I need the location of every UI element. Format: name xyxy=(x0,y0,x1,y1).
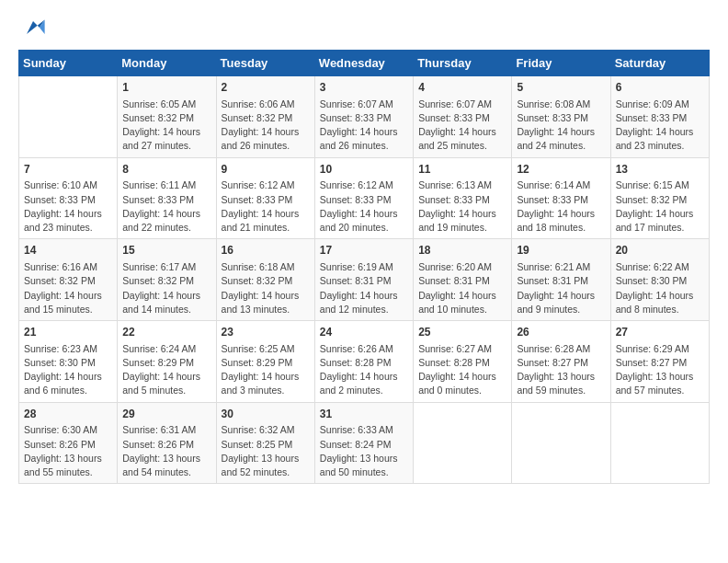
calendar-cell: 3Sunrise: 6:07 AM Sunset: 8:33 PM Daylig… xyxy=(314,76,413,158)
day-number: 17 xyxy=(320,243,408,259)
calendar-header-row: SundayMondayTuesdayWednesdayThursdayFrid… xyxy=(19,51,710,76)
calendar-cell xyxy=(19,76,118,158)
logo xyxy=(18,15,46,40)
calendar-cell: 17Sunrise: 6:19 AM Sunset: 8:31 PM Dayli… xyxy=(314,239,413,321)
day-number: 13 xyxy=(616,162,704,178)
day-number: 18 xyxy=(418,243,506,259)
calendar-cell: 20Sunrise: 6:22 AM Sunset: 8:30 PM Dayli… xyxy=(610,239,709,321)
day-number: 12 xyxy=(517,162,605,178)
calendar-cell: 6Sunrise: 6:09 AM Sunset: 8:33 PM Daylig… xyxy=(610,76,709,158)
day-number: 8 xyxy=(122,162,210,178)
calendar-cell: 29Sunrise: 6:31 AM Sunset: 8:26 PM Dayli… xyxy=(118,402,216,484)
day-number: 16 xyxy=(222,243,310,259)
day-number: 28 xyxy=(24,407,112,422)
calendar-cell: 25Sunrise: 6:27 AM Sunset: 8:28 PM Dayli… xyxy=(414,321,512,403)
day-info: Sunrise: 6:07 AM Sunset: 8:33 PM Dayligh… xyxy=(320,98,408,154)
calendar-cell: 13Sunrise: 6:15 AM Sunset: 8:32 PM Dayli… xyxy=(610,157,709,239)
day-info: Sunrise: 6:31 AM Sunset: 8:26 PM Dayligh… xyxy=(122,423,210,479)
day-info: Sunrise: 6:16 AM Sunset: 8:32 PM Dayligh… xyxy=(24,260,112,316)
day-info: Sunrise: 6:30 AM Sunset: 8:26 PM Dayligh… xyxy=(24,423,112,479)
day-info: Sunrise: 6:23 AM Sunset: 8:30 PM Dayligh… xyxy=(24,342,112,398)
day-info: Sunrise: 6:22 AM Sunset: 8:30 PM Dayligh… xyxy=(616,260,704,316)
day-number: 10 xyxy=(320,162,408,178)
calendar-cell: 1Sunrise: 6:05 AM Sunset: 8:32 PM Daylig… xyxy=(118,76,216,158)
header-cell-wednesday: Wednesday xyxy=(314,51,413,76)
calendar-cell: 16Sunrise: 6:18 AM Sunset: 8:32 PM Dayli… xyxy=(216,239,314,321)
calendar-cell: 11Sunrise: 6:13 AM Sunset: 8:33 PM Dayli… xyxy=(414,157,512,239)
header xyxy=(18,15,710,40)
day-info: Sunrise: 6:33 AM Sunset: 8:24 PM Dayligh… xyxy=(320,423,408,479)
calendar-cell: 5Sunrise: 6:08 AM Sunset: 8:33 PM Daylig… xyxy=(512,76,610,158)
day-number: 31 xyxy=(320,407,408,422)
calendar-week-row: 1Sunrise: 6:05 AM Sunset: 8:32 PM Daylig… xyxy=(19,76,710,158)
day-info: Sunrise: 6:09 AM Sunset: 8:33 PM Dayligh… xyxy=(616,98,704,154)
header-cell-friday: Friday xyxy=(512,51,610,76)
calendar-cell: 4Sunrise: 6:07 AM Sunset: 8:33 PM Daylig… xyxy=(414,76,512,158)
calendar-cell: 27Sunrise: 6:29 AM Sunset: 8:27 PM Dayli… xyxy=(610,321,709,403)
day-info: Sunrise: 6:14 AM Sunset: 8:33 PM Dayligh… xyxy=(517,178,605,235)
day-number: 21 xyxy=(24,325,112,340)
header-cell-sunday: Sunday xyxy=(19,51,118,76)
day-info: Sunrise: 6:11 AM Sunset: 8:33 PM Dayligh… xyxy=(122,178,210,235)
day-number: 24 xyxy=(320,325,408,340)
day-info: Sunrise: 6:29 AM Sunset: 8:27 PM Dayligh… xyxy=(616,342,704,398)
calendar-cell: 18Sunrise: 6:20 AM Sunset: 8:31 PM Dayli… xyxy=(414,239,512,321)
calendar-week-row: 7Sunrise: 6:10 AM Sunset: 8:33 PM Daylig… xyxy=(19,157,710,239)
day-number: 27 xyxy=(616,325,704,340)
day-info: Sunrise: 6:08 AM Sunset: 8:33 PM Dayligh… xyxy=(517,98,605,154)
calendar-cell: 7Sunrise: 6:10 AM Sunset: 8:33 PM Daylig… xyxy=(19,157,118,239)
calendar-cell: 30Sunrise: 6:32 AM Sunset: 8:25 PM Dayli… xyxy=(216,402,314,484)
day-info: Sunrise: 6:25 AM Sunset: 8:29 PM Dayligh… xyxy=(222,342,310,398)
calendar-cell: 21Sunrise: 6:23 AM Sunset: 8:30 PM Dayli… xyxy=(19,321,118,403)
day-info: Sunrise: 6:27 AM Sunset: 8:28 PM Dayligh… xyxy=(418,342,506,398)
day-info: Sunrise: 6:07 AM Sunset: 8:33 PM Dayligh… xyxy=(418,98,506,154)
day-info: Sunrise: 6:18 AM Sunset: 8:32 PM Dayligh… xyxy=(222,260,310,316)
day-number: 2 xyxy=(222,80,310,96)
day-info: Sunrise: 6:26 AM Sunset: 8:28 PM Dayligh… xyxy=(320,342,408,398)
calendar-week-row: 14Sunrise: 6:16 AM Sunset: 8:32 PM Dayli… xyxy=(19,239,710,321)
header-cell-monday: Monday xyxy=(118,51,216,76)
day-info: Sunrise: 6:06 AM Sunset: 8:32 PM Dayligh… xyxy=(222,98,310,154)
day-info: Sunrise: 6:12 AM Sunset: 8:33 PM Dayligh… xyxy=(320,178,408,235)
day-number: 9 xyxy=(222,162,310,178)
header-cell-tuesday: Tuesday xyxy=(216,51,314,76)
calendar-cell: 2Sunrise: 6:06 AM Sunset: 8:32 PM Daylig… xyxy=(216,76,314,158)
calendar-cell xyxy=(512,402,610,484)
day-info: Sunrise: 6:13 AM Sunset: 8:33 PM Dayligh… xyxy=(418,178,506,235)
day-number: 29 xyxy=(122,407,210,422)
day-info: Sunrise: 6:17 AM Sunset: 8:32 PM Dayligh… xyxy=(122,260,210,316)
day-info: Sunrise: 6:05 AM Sunset: 8:32 PM Dayligh… xyxy=(122,98,210,154)
day-number: 3 xyxy=(320,80,408,96)
day-number: 1 xyxy=(122,80,210,96)
calendar-cell: 9Sunrise: 6:12 AM Sunset: 8:33 PM Daylig… xyxy=(216,157,314,239)
calendar-cell: 26Sunrise: 6:28 AM Sunset: 8:27 PM Dayli… xyxy=(512,321,610,403)
day-info: Sunrise: 6:10 AM Sunset: 8:33 PM Dayligh… xyxy=(24,178,112,235)
day-info: Sunrise: 6:20 AM Sunset: 8:31 PM Dayligh… xyxy=(418,260,506,316)
header-cell-saturday: Saturday xyxy=(610,51,709,76)
calendar-cell: 14Sunrise: 6:16 AM Sunset: 8:32 PM Dayli… xyxy=(19,239,118,321)
calendar-cell: 28Sunrise: 6:30 AM Sunset: 8:26 PM Dayli… xyxy=(19,402,118,484)
day-number: 14 xyxy=(24,243,112,259)
calendar-cell xyxy=(610,402,709,484)
calendar-table: SundayMondayTuesdayWednesdayThursdayFrid… xyxy=(18,50,710,484)
calendar-cell: 8Sunrise: 6:11 AM Sunset: 8:33 PM Daylig… xyxy=(118,157,216,239)
day-number: 26 xyxy=(517,325,605,340)
day-info: Sunrise: 6:15 AM Sunset: 8:32 PM Dayligh… xyxy=(616,178,704,235)
calendar-week-row: 21Sunrise: 6:23 AM Sunset: 8:30 PM Dayli… xyxy=(19,321,710,403)
calendar-cell: 19Sunrise: 6:21 AM Sunset: 8:31 PM Dayli… xyxy=(512,239,610,321)
day-info: Sunrise: 6:21 AM Sunset: 8:31 PM Dayligh… xyxy=(517,260,605,316)
day-number: 20 xyxy=(616,243,704,259)
calendar-cell: 10Sunrise: 6:12 AM Sunset: 8:33 PM Dayli… xyxy=(314,157,413,239)
day-number: 30 xyxy=(222,407,310,422)
logo-icon xyxy=(20,15,46,40)
day-number: 15 xyxy=(122,243,210,259)
calendar-cell: 23Sunrise: 6:25 AM Sunset: 8:29 PM Dayli… xyxy=(216,321,314,403)
day-number: 11 xyxy=(418,162,506,178)
calendar-cell: 15Sunrise: 6:17 AM Sunset: 8:32 PM Dayli… xyxy=(118,239,216,321)
day-info: Sunrise: 6:24 AM Sunset: 8:29 PM Dayligh… xyxy=(122,342,210,398)
calendar-cell: 31Sunrise: 6:33 AM Sunset: 8:24 PM Dayli… xyxy=(314,402,413,484)
day-number: 25 xyxy=(418,325,506,340)
calendar-cell xyxy=(414,402,512,484)
calendar-cell: 24Sunrise: 6:26 AM Sunset: 8:28 PM Dayli… xyxy=(314,321,413,403)
day-number: 5 xyxy=(517,80,605,96)
